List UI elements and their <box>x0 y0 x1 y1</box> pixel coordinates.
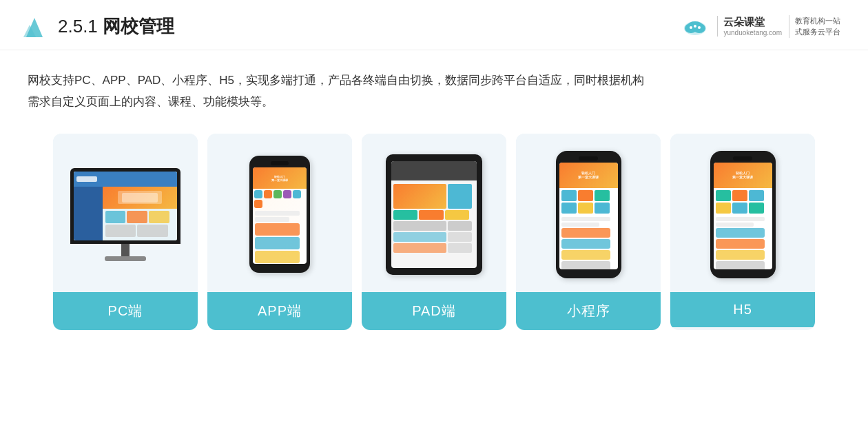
icon-dot-1 <box>254 190 262 198</box>
pad-body <box>386 154 482 275</box>
pad-screen <box>391 161 477 268</box>
card-label-h5: H5 <box>670 292 815 327</box>
pc-mockup <box>67 168 184 261</box>
card-label-app: APP端 <box>207 292 352 330</box>
icon-dot-6 <box>254 200 262 208</box>
card-pc: PC端 <box>53 134 198 330</box>
phone-screen-header: 轻松人门 第一堂大课课 <box>253 167 307 189</box>
svg-point-9 <box>698 26 701 29</box>
mini-notch-1 <box>579 156 598 161</box>
mini-screen-top-1: 轻松人门 第一堂大课课 <box>559 163 618 188</box>
pad-image-area <box>362 134 506 292</box>
icon-dot-3 <box>273 190 282 198</box>
mini-screen-top-2: 轻松人门 第一堂大课课 <box>714 163 772 188</box>
icon-dot-4 <box>283 190 291 198</box>
pc-base <box>105 256 146 261</box>
mini-phone-mockup-1: 轻松人门 第一堂大课课 <box>556 151 621 278</box>
card-pad: PAD端 <box>362 134 506 330</box>
card-app: 轻松人门 第一堂大课课 <box>207 134 352 330</box>
card-label-miniprogram: 小程序 <box>516 292 661 330</box>
mini-screen-2: 轻松人门 第一堂大课课 <box>714 163 772 269</box>
miniprogram-image-area: 轻松人门 第一堂大课课 <box>516 134 661 292</box>
phone-icon-grid <box>253 189 307 209</box>
brand-text-block: 云朵课堂 yunduoketang.com <box>717 16 782 37</box>
phone-screen: 轻松人门 第一堂大课课 <box>253 167 307 264</box>
brand-cloud-icon <box>680 13 710 39</box>
icon-dot-2 <box>264 190 272 198</box>
brand-name: 云朵课堂 <box>723 16 765 29</box>
pad-mockup <box>384 154 484 275</box>
pad-screen-header <box>391 161 477 180</box>
phone-mockup: 轻松人门 第一堂大课课 <box>249 156 311 273</box>
mini-phone-mockup-2: 轻松人门 第一堂大课课 <box>710 151 776 278</box>
description-section: 网校支持PC、APP、PAD、小程序、H5，实现多端打通，产品各终端自由切换，数… <box>0 50 868 120</box>
svg-point-7 <box>690 26 692 29</box>
svg-point-8 <box>694 25 696 28</box>
h5-image-area: 轻松人门 第一堂大课课 <box>670 134 815 292</box>
description-text: 网校支持PC、APP、PAD、小程序、H5，实现多端打通，产品各终端自由切换，数… <box>28 70 840 113</box>
mini-screen-grid-1 <box>559 188 618 216</box>
brand-slogan: 教育机构一站 式服务云平台 <box>789 15 840 38</box>
page-wrapper: 2.5.1 网校管理 云朵课堂 yunduoketang.com <box>0 0 868 434</box>
card-label-pad: PAD端 <box>362 292 506 330</box>
mini-screen-grid-2 <box>714 188 772 216</box>
pc-screen-outer <box>70 168 180 244</box>
card-label-pc: PC端 <box>53 292 198 330</box>
phone-notch <box>271 161 289 165</box>
mini-notch-2 <box>733 156 752 161</box>
header: 2.5.1 网校管理 云朵课堂 yunduoketang.com <box>0 0 868 50</box>
brand-logo: 云朵课堂 yunduoketang.com 教育机构一站 式服务云平台 <box>680 13 840 39</box>
card-h5: 轻松人门 第一堂大课课 <box>670 134 815 330</box>
pc-screen-inner <box>74 172 177 240</box>
logo-icon <box>21 12 48 40</box>
header-left: 2.5.1 网校管理 <box>21 12 174 40</box>
icon-dot-5 <box>293 190 301 198</box>
brand-url: yunduoketang.com <box>723 29 782 37</box>
mini-screen-1: 轻松人门 第一堂大课课 <box>559 163 618 269</box>
card-miniprogram: 轻松人门 第一堂大课课 <box>516 134 661 330</box>
cards-section: PC端 轻松人门 第一堂大课课 <box>0 120 868 351</box>
phone-body: 轻松人门 第一堂大课课 <box>249 156 310 273</box>
pc-stand <box>121 244 130 256</box>
page-title: 2.5.1 网校管理 <box>58 14 174 39</box>
app-image-area: 轻松人门 第一堂大课课 <box>207 134 352 292</box>
pc-image-area <box>53 134 198 292</box>
